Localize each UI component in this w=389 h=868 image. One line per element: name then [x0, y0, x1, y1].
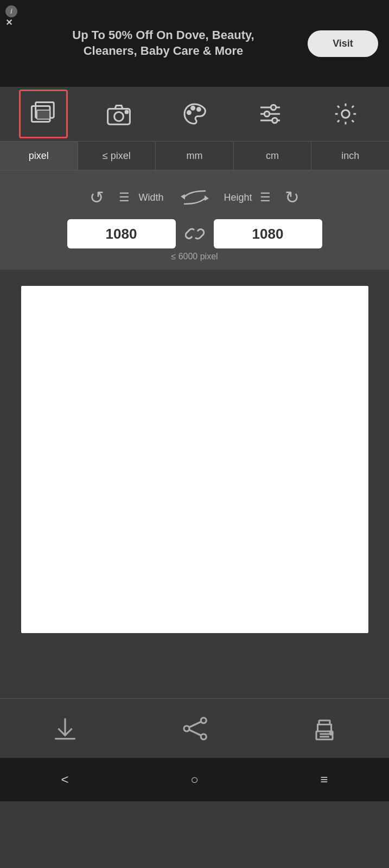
svg-point-11 [271, 105, 276, 110]
tab-pixel[interactable]: pixel [0, 142, 78, 170]
svg-line-24 [189, 722, 201, 727]
svg-point-16 [342, 110, 349, 118]
camera-icon [106, 101, 132, 127]
system-nav: < ○ ≡ [0, 758, 389, 801]
share-icon [181, 715, 208, 742]
svg-point-5 [114, 112, 124, 121]
svg-marker-18 [205, 195, 209, 201]
svg-point-23 [201, 734, 206, 739]
svg-rect-2 [37, 110, 50, 119]
share-button[interactable] [173, 707, 216, 750]
settings-icon [333, 101, 359, 127]
svg-rect-27 [319, 720, 330, 725]
dimension-controls: ↺ ☰ Width Height ☰ ↻ ≤ 6000 pixel [0, 170, 389, 270]
back-button[interactable]: < [50, 767, 79, 793]
svg-line-25 [189, 730, 201, 735]
canvas-area [0, 270, 389, 649]
height-label: Height [222, 192, 254, 203]
svg-point-21 [201, 718, 206, 723]
svg-point-15 [272, 118, 277, 123]
print-button[interactable] [303, 707, 346, 750]
ad-banner: i ✕ Up To 50% Off On Dove, Beauty, Clean… [0, 0, 389, 87]
height-input[interactable] [214, 219, 322, 248]
svg-point-22 [184, 726, 189, 731]
toolbar-item-sliders[interactable] [246, 90, 295, 138]
ad-visit-button[interactable]: Visit [308, 30, 378, 57]
print-icon [311, 715, 338, 742]
spacer [0, 649, 389, 698]
svg-point-6 [125, 111, 128, 113]
tab-mm[interactable]: mm [156, 142, 234, 170]
unit-tabs: pixel ≤ pixel mm cm inch [0, 141, 389, 170]
palette-icon [181, 101, 207, 127]
width-input[interactable] [67, 219, 176, 248]
toolbar-item-camera[interactable] [94, 90, 143, 138]
download-icon [52, 715, 79, 742]
constraint-label: ≤ 6000 pixel [11, 252, 378, 261]
rotate-left-button[interactable]: ↺ [81, 181, 113, 214]
toolbar-item-settings[interactable] [321, 90, 370, 138]
canvas [21, 286, 368, 633]
tab-inch[interactable]: inch [311, 142, 389, 170]
bottom-toolbar [0, 698, 389, 758]
download-button[interactable] [43, 707, 87, 750]
ad-info-icon: i [5, 5, 17, 17]
svg-point-9 [197, 108, 201, 111]
width-menu-icon[interactable]: ☰ [119, 190, 130, 205]
width-label: Width [135, 192, 168, 203]
svg-point-30 [330, 732, 333, 735]
home-button[interactable]: ○ [180, 767, 209, 793]
ad-text: Up To 50% Off On Dove, Beauty, Cleaners,… [11, 28, 299, 59]
link-dimensions-button[interactable] [181, 220, 208, 247]
swap-arrows-icon [173, 187, 216, 208]
ad-close-icon[interactable]: ✕ [5, 17, 12, 28]
menu-button[interactable]: ≡ [310, 767, 339, 793]
svg-point-13 [264, 111, 270, 117]
height-menu-icon[interactable]: ☰ [260, 190, 271, 205]
tab-le-pixel[interactable]: ≤ pixel [78, 142, 156, 170]
svg-point-8 [192, 106, 195, 110]
sliders-icon [257, 101, 283, 127]
gallery-icon [30, 101, 56, 127]
toolbar-item-gallery[interactable] [19, 90, 68, 138]
tab-cm[interactable]: cm [234, 142, 312, 170]
svg-marker-17 [181, 194, 185, 200]
toolbar-item-palette[interactable] [170, 90, 219, 138]
main-toolbar [0, 87, 389, 141]
rotate-right-button[interactable]: ↻ [276, 181, 309, 214]
svg-point-7 [188, 111, 191, 114]
link-icon [185, 224, 205, 244]
